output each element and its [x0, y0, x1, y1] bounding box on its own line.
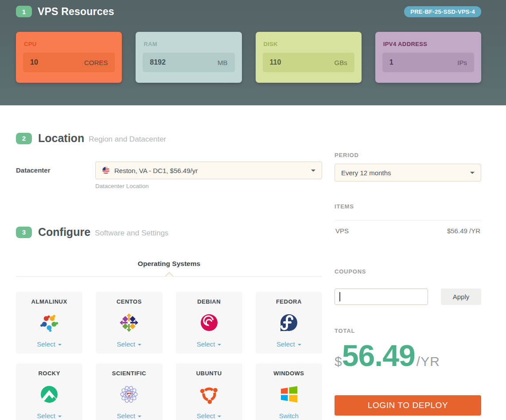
tab-underline	[16, 276, 322, 277]
datacenter-row: Datacenter	[16, 162, 322, 189]
datacenter-helper-text: Datacenter Location	[95, 183, 322, 189]
os-tab-bar: Operating Systems	[16, 260, 322, 277]
main-content: 2 Location Region and Datacenter Datacen…	[0, 105, 506, 420]
os-name: UBUNTU	[196, 370, 222, 377]
configure-section-header: 3 Configure Software and Settings	[16, 226, 322, 239]
os-card-debian: DEBIAN Select	[176, 292, 242, 354]
total-label: TOTAL	[335, 328, 481, 334]
scientific-logo-icon	[117, 382, 141, 407]
switch-windows-link[interactable]: Switch	[279, 412, 299, 420]
ipv4-card: IPV4 ADDRESS 1 IPs	[375, 32, 481, 83]
period-label: PERIOD	[335, 152, 359, 158]
order-summary-sidebar: PERIOD Every 12 months ITEMS VPS $56.49 …	[335, 132, 481, 420]
step-2-badge: 2	[16, 133, 32, 144]
select-ubuntu-link[interactable]: Select	[197, 412, 222, 420]
caret-down-icon	[138, 416, 141, 417]
ipv4-unit: IPs	[457, 59, 467, 66]
tab-operating-systems[interactable]: Operating Systems	[138, 260, 200, 268]
disk-value-field[interactable]: 110 GBs	[263, 53, 354, 72]
os-card-rocky: ROCKY Select	[16, 363, 82, 420]
select-centos-link[interactable]: Select	[117, 340, 142, 348]
coupon-input-wrap	[335, 289, 428, 305]
step-3-badge: 3	[16, 227, 32, 238]
hero-header: 1 VPS Resources PRE-BF-25-SSD-VPS-4	[16, 3, 481, 20]
coupons-label: COUPONS	[335, 268, 481, 275]
os-name: WINDOWS	[273, 370, 304, 377]
order-item-row: VPS $56.49 /YR	[335, 220, 481, 241]
ram-label: RAM	[144, 41, 234, 47]
location-subtitle: Region and Datacenter	[89, 133, 166, 144]
select-almalinux-link[interactable]: Select	[37, 340, 62, 348]
datacenter-select[interactable]: Reston, VA - DC1, $56.49/yr	[95, 162, 322, 179]
coupon-row: Apply	[335, 289, 481, 305]
os-name: ALMALINUX	[31, 298, 67, 305]
os-grid: ALMALINUX Select	[16, 292, 322, 420]
disk-value: 110	[270, 58, 281, 66]
ipv4-value-field[interactable]: 1 IPs	[382, 53, 474, 72]
billing-period-suffix: /YR	[416, 354, 440, 369]
us-flag-icon	[102, 166, 110, 174]
datacenter-selected-value: Reston, VA - DC1, $56.49/yr	[114, 167, 198, 174]
os-card-windows: WINDOWS Switch	[256, 363, 322, 420]
ram-card: RAM 8192 MB	[136, 32, 241, 83]
select-fedora-link[interactable]: Select	[276, 340, 301, 348]
chevron-down-icon	[311, 170, 315, 172]
datacenter-field: Reston, VA - DC1, $56.49/yr Datacenter L…	[95, 162, 322, 189]
location-title: Location	[38, 132, 84, 145]
plan-sku-badge: PRE-BF-25-SSD-VPS-4	[404, 6, 481, 17]
period-select[interactable]: Every 12 months	[335, 164, 481, 181]
configure-title: Configure	[38, 226, 90, 239]
fedora-logo-icon	[276, 310, 301, 335]
location-section-header: 2 Location Region and Datacenter	[16, 132, 322, 145]
cpu-card: CPU 10 CORES	[16, 32, 122, 83]
rocky-logo-icon	[37, 382, 62, 407]
os-card-scientific: SCIENTIFIC	[96, 363, 162, 420]
os-name: SCIENTIFIC	[112, 370, 146, 377]
ipv4-value: 1	[389, 58, 393, 66]
disk-unit: GBs	[335, 59, 347, 66]
text-cursor	[339, 292, 340, 301]
caret-down-icon	[298, 344, 301, 346]
login-to-deploy-button[interactable]: LOGIN TO DEPLOY	[335, 395, 481, 416]
left-column: 2 Location Region and Datacenter Datacen…	[16, 132, 322, 420]
coupon-input[interactable]	[335, 289, 428, 305]
items-label: ITEMS	[335, 203, 481, 210]
page-title: VPS Resources	[38, 6, 114, 18]
ram-unit: MB	[218, 59, 228, 66]
caret-down-icon	[138, 344, 141, 346]
os-card-almalinux: ALMALINUX Select	[16, 292, 82, 354]
chevron-down-icon	[470, 172, 475, 174]
almalinux-logo-icon	[37, 310, 62, 335]
cpu-value: 10	[30, 58, 38, 66]
period-selected-value: Every 12 months	[341, 169, 391, 177]
os-card-centos: CENTOS	[96, 292, 162, 354]
cpu-value-field[interactable]: 10 CORES	[23, 53, 115, 72]
os-name: FEDORA	[276, 298, 302, 305]
cpu-label: CPU	[24, 41, 115, 47]
item-price: $56.49 /YR	[447, 227, 480, 235]
currency-symbol: $	[335, 354, 342, 369]
ipv4-label: IPV4 ADDRESS	[383, 41, 474, 47]
apply-coupon-button[interactable]: Apply	[441, 289, 481, 305]
ram-value: 8192	[150, 58, 166, 66]
os-card-fedora: FEDORA Select	[256, 292, 322, 354]
os-name: DEBIAN	[197, 298, 221, 305]
ram-value-field[interactable]: 8192 MB	[143, 53, 234, 72]
step-1-badge: 1	[16, 6, 32, 17]
centos-logo-icon	[117, 310, 141, 335]
windows-logo-icon	[276, 382, 301, 407]
item-name: VPS	[335, 227, 349, 235]
caret-down-icon	[218, 416, 221, 417]
select-scientific-link[interactable]: Select	[117, 412, 142, 420]
caret-down-icon	[58, 344, 62, 346]
disk-card: DISK 110 GBs	[256, 32, 362, 83]
vps-resources-section: 1 VPS Resources PRE-BF-25-SSD-VPS-4 CPU …	[0, 0, 506, 105]
caret-down-icon	[58, 416, 62, 417]
select-debian-link[interactable]: Select	[197, 340, 222, 348]
os-card-ubuntu: UBUNTU Select	[176, 363, 242, 420]
os-name: CENTOS	[117, 298, 142, 305]
total-amount: 56.49	[342, 340, 415, 370]
select-rocky-link[interactable]: Select	[37, 412, 62, 420]
resource-cards: CPU 10 CORES RAM 8192 MB DISK 110 GBs IP…	[16, 32, 481, 83]
disk-label: DISK	[264, 41, 354, 47]
